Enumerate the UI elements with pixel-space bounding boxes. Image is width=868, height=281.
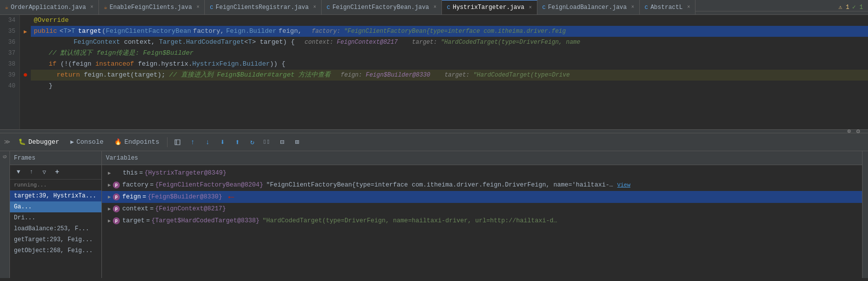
frame-controls: ▼ ↑ ▽ + [10, 165, 101, 180]
expand-this-icon[interactable]: ▶ [106, 170, 113, 177]
var-name-factory: factory [122, 182, 149, 188]
frame-filter[interactable]: ▽ [39, 167, 50, 177]
java-icon: ☕ [104, 4, 107, 10]
tab-label: OrderApplication.java [11, 4, 86, 11]
running-label: running... [14, 182, 47, 188]
tab-close-icon[interactable]: × [631, 4, 634, 10]
collapse-icon[interactable]: ≫ [4, 138, 10, 146]
frames-panel-header: Frames [10, 151, 101, 165]
frame-item-running[interactable]: running... [10, 180, 101, 190]
frames-title: Frames [14, 155, 35, 162]
var-ref-feign: {Feign$Builder@8330} [148, 193, 222, 200]
evaluate-button[interactable]: ⊟ [275, 136, 289, 149]
tab-enable[interactable]: ☕ EnableFeignClients.java × [99, 0, 205, 15]
code-line-37: // 默认情况下 feign传递是: Feign$Builder [31, 48, 868, 59]
java-icon: ☕ [5, 4, 8, 10]
tab-label: FeignLoadBalancer.java [548, 4, 626, 11]
method-name-target: target [78, 26, 102, 37]
tab-endpoints-label: Endpoints [124, 138, 159, 146]
tab-feignlb[interactable]: C FeignLoadBalancer.java × [537, 0, 640, 15]
tab-order[interactable]: ☕ OrderApplication.java × [0, 0, 99, 15]
breakpoint-icon: ● [23, 71, 28, 80]
force-step-into-button[interactable]: ↻ [245, 136, 259, 149]
debug-hint-35: factory: "FeignClientFactoryBean{type=in… [312, 26, 566, 37]
tab-close-icon[interactable]: × [313, 4, 316, 10]
tab-bar: ☕ OrderApplication.java × ☕ EnableFeignC… [0, 0, 868, 15]
expand-target-icon[interactable]: ▶ [106, 217, 113, 224]
trace-button[interactable]: ⊞ [290, 136, 304, 149]
annotation-override: @Override [34, 15, 69, 26]
code-line-39: return feign.target(target); // 直接进入到 Fe… [31, 70, 868, 81]
tab-console-label: Console [77, 138, 104, 146]
code-line-38: if (!(feign instanceof feign.hystrix.Hys… [31, 59, 868, 70]
warning-icon: ⚠ 1 [839, 3, 850, 11]
step-over-up-button[interactable]: ↑ [185, 136, 199, 149]
debug-hint-36: context: FeignContext@8217 target: "Hard… [305, 37, 581, 48]
tab-console[interactable]: ▶ Console [65, 136, 108, 148]
toolbar-separator [167, 137, 168, 147]
frame-item-gettarget[interactable]: getTarget:293, Feig... [10, 234, 101, 245]
var-name-context: context [122, 205, 149, 212]
resize-divider[interactable]: ⊕ ⚙ [0, 129, 868, 133]
tab-endpoints[interactable]: 🔥 Endpoints [109, 136, 164, 148]
tab-close-icon[interactable]: × [529, 5, 532, 10]
frame-target-label: target:39, HystrixTa... [14, 192, 96, 199]
code-content: @Override public <T> T target (FeignClie… [31, 15, 868, 129]
step-out-button[interactable]: ⬆ [230, 136, 244, 149]
frame-item-loadbalance[interactable]: loadBalance:253, F... [10, 223, 101, 234]
var-row-target[interactable]: ▶ p target = {Target$HardCodedTarget@833… [102, 215, 862, 227]
var-row-factory[interactable]: ▶ p factory = {FeignClientFactoryBean@82… [102, 179, 862, 191]
view-link-factory[interactable]: View [617, 182, 630, 188]
tab-close-icon[interactable]: × [196, 4, 199, 10]
frame-item-ga[interactable]: Ga... [10, 201, 101, 212]
var-eq-factory: = [150, 182, 154, 188]
tab-hystrix[interactable]: C HystrixTargeter.java × [442, 0, 537, 15]
tab-close-icon[interactable]: × [90, 4, 93, 10]
step-over-down-button[interactable]: ↓ [200, 136, 214, 149]
line-numbers: 34 35 36 37 38 39 40 [0, 15, 20, 129]
var-eq-feign: = [143, 193, 147, 200]
frame-gettarget-label: getTarget:293, Feig... [14, 236, 92, 243]
run-to-cursor-button[interactable]: ✕⃝ [260, 136, 274, 149]
console-icon: ▶ [70, 138, 74, 146]
var-row-this[interactable]: ▶ this = {HystrixTargeter@8349} [102, 167, 862, 179]
tab-feignreg[interactable]: C FeignClientsRegistrar.java × [205, 0, 322, 15]
java-icon: C [327, 4, 330, 10]
frame-list: running... target:39, HystrixTa... Ga...… [10, 180, 101, 278]
frame-item-target[interactable]: target:39, HystrixTa... [10, 190, 101, 201]
frame-add[interactable]: + [52, 167, 63, 177]
code-editor: 34 35 36 37 38 39 40 ▶ ● @Override publi… [0, 15, 868, 129]
tab-close-icon[interactable]: × [434, 4, 436, 10]
var-type-p-feign: p [113, 193, 120, 200]
var-ref-target: {Target$HardCodedTarget@8338} [152, 217, 260, 224]
right-scrollbar[interactable] [862, 151, 868, 278]
tab-label: FeignClientFactoryBean.java [333, 4, 429, 11]
left-sidebar: G [0, 151, 10, 278]
var-row-context[interactable]: ▶ p context = {FeignContext@8217} [102, 203, 862, 215]
debugger-panels: G Frames ▼ ↑ ▽ + running... target:39, H… [0, 151, 868, 278]
rerun-button[interactable] [171, 136, 184, 149]
frame-item-dri[interactable]: Dri... [10, 212, 101, 223]
frame-nav-up[interactable]: ▼ [13, 167, 24, 177]
var-longval-target: "HardCodedTarget(type=DriverFeign, name=… [262, 217, 561, 224]
frame-item-getobject[interactable]: getObject:268, Feig... [10, 245, 101, 256]
var-eq-context: = [150, 205, 154, 212]
expand-factory-icon[interactable]: ▶ [106, 182, 113, 188]
code-line-35: public <T> T target (FeignClientFactoryB… [31, 26, 868, 37]
expand-feign-icon[interactable]: ▶ [106, 193, 113, 200]
java-icon: C [210, 4, 213, 10]
tab-debugger[interactable]: 🐛 Debugger [13, 136, 64, 148]
step-into-button[interactable]: ⬇ [215, 136, 229, 149]
var-eq-target: = [146, 217, 150, 224]
variable-list: ▶ this = {HystrixTargeter@8349} ▶ p fact… [102, 165, 862, 278]
tab-close-icon[interactable]: × [687, 4, 690, 10]
tab-feignfactory[interactable]: C FeignClientFactoryBean.java × [322, 0, 442, 15]
expand-context-icon[interactable]: ▶ [106, 205, 113, 212]
tab-label: EnableFeignClients.java [110, 4, 192, 11]
variables-panel-header: Variables [102, 151, 862, 165]
var-row-feign[interactable]: ▶ p feign = {Feign$Builder@8330} ← [102, 191, 862, 203]
tab-abstract[interactable]: C AbstractL × [640, 0, 695, 15]
frame-nav-down[interactable]: ↑ [26, 167, 37, 177]
debug-icon: 🐛 [18, 138, 26, 146]
code-line-40: } [31, 81, 868, 92]
